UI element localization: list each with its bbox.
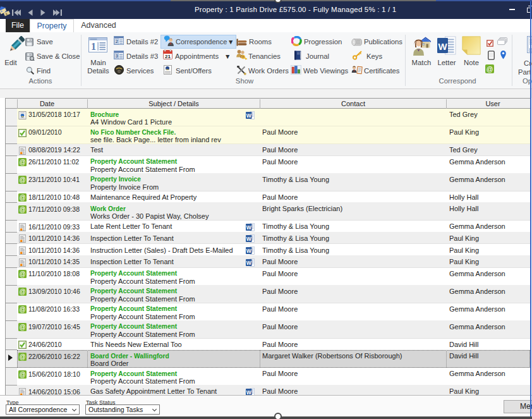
svg-text:@: @ xyxy=(19,353,25,360)
svg-text:@: @ xyxy=(19,270,25,277)
svg-text:W: W xyxy=(246,259,252,265)
svg-text:@: @ xyxy=(19,176,25,183)
svg-text:@: @ xyxy=(19,288,25,295)
svg-text:@: @ xyxy=(19,306,25,313)
svg-text:@: @ xyxy=(19,194,25,201)
svg-text:W: W xyxy=(246,389,252,395)
svg-text:W: W xyxy=(246,112,252,118)
svg-text:@: @ xyxy=(19,324,25,331)
svg-text:W: W xyxy=(246,247,252,253)
svg-text:W: W xyxy=(246,236,252,242)
svg-text:@: @ xyxy=(19,159,25,166)
svg-text:W: W xyxy=(246,224,252,230)
svg-text:@: @ xyxy=(19,206,25,213)
svg-text:@: @ xyxy=(19,371,25,378)
